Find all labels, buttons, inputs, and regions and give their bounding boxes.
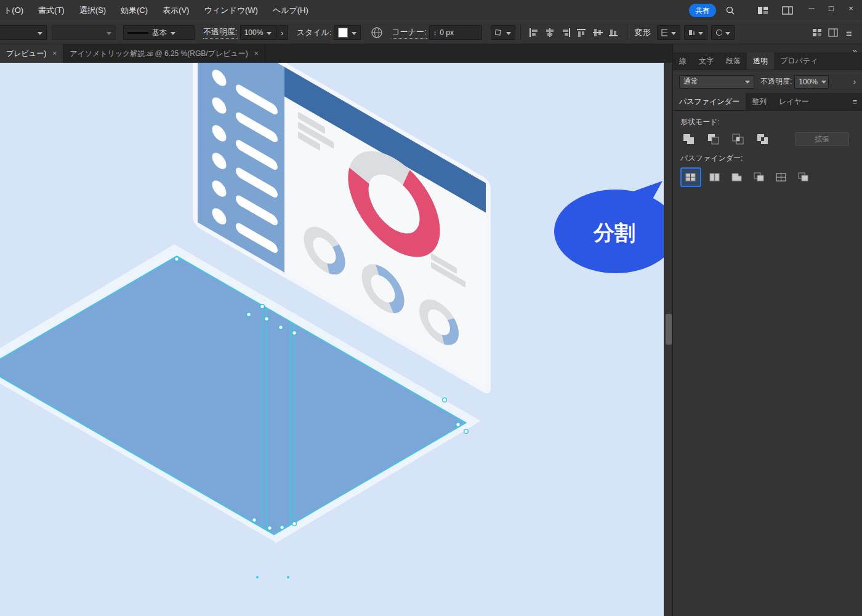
pathfinder-outline-button[interactable]	[773, 169, 790, 185]
anchor-point[interactable]	[279, 326, 283, 330]
tab-paragraph[interactable]: 段落	[720, 52, 747, 70]
anchor-point[interactable]	[280, 526, 284, 530]
window-maximize-button[interactable]: □	[822, 0, 840, 16]
outline-icon	[775, 172, 787, 183]
close-tab-icon[interactable]: ×	[254, 49, 259, 58]
close-tab-icon[interactable]: ×	[52, 49, 57, 58]
tab-pathfinder[interactable]: パスファインダー	[673, 93, 746, 110]
anchor-point[interactable]	[260, 305, 265, 309]
more-options-button[interactable]	[711, 25, 735, 40]
shape-mode-minus-front-button[interactable]	[705, 131, 722, 147]
tab-properties[interactable]: プロパティ	[774, 52, 824, 70]
menu-effect[interactable]: 効果(C)	[121, 5, 148, 16]
stepper-arrows-icon[interactable]: ↕	[433, 29, 437, 36]
window-close-button[interactable]: ×	[842, 0, 860, 16]
pathfinder-panel: 形状モード: 拡張 パスファインダー:	[673, 111, 862, 616]
pathfinder-trim-button[interactable]	[706, 169, 723, 185]
pathfinder-crop-button[interactable]	[751, 169, 768, 185]
control-panel-menu-button[interactable]: ≣	[841, 25, 857, 40]
menu-type[interactable]: 書式(T)	[38, 5, 65, 16]
document-grid-button[interactable]	[809, 25, 825, 40]
align-center-h-button[interactable]	[542, 25, 558, 40]
anchor-point[interactable]	[287, 576, 289, 578]
globe-icon	[371, 26, 383, 39]
align-menu-button[interactable]	[684, 25, 707, 40]
align-middle-v-button[interactable]	[590, 25, 606, 40]
menu-view[interactable]: 表示(V)	[163, 5, 189, 16]
blend-mode-select[interactable]: 通常	[679, 75, 754, 89]
pathfinder-minus-back-button[interactable]	[795, 169, 812, 185]
tab-stroke[interactable]: 線	[673, 52, 693, 70]
search-glass-icon	[725, 6, 735, 15]
shape-mode-exclude-button[interactable]	[754, 131, 771, 147]
align-center-h-icon	[544, 28, 555, 38]
misc-tool-button[interactable]	[491, 25, 515, 40]
document-setup-button[interactable]	[371, 26, 383, 39]
opacity-expander-button[interactable]: ›	[277, 25, 288, 40]
corner-label[interactable]: コーナー:	[392, 26, 426, 39]
search-icon[interactable]	[724, 5, 736, 16]
vertical-scrollbar[interactable]	[664, 63, 672, 616]
anchor-point[interactable]	[265, 317, 269, 321]
panel-dock: » 線 文字 段落 透明 プロパティ 通常 不透明度: 100% ›	[672, 44, 862, 616]
chevron-down-icon	[506, 32, 511, 38]
pathfinder-divide-button[interactable]	[680, 167, 701, 187]
opacity-select[interactable]: 100%	[240, 25, 277, 40]
menu-select[interactable]: 選択(S)	[79, 5, 106, 16]
window-minimize-button[interactable]: ─	[802, 0, 821, 16]
transform-label[interactable]: 変形	[635, 27, 651, 38]
align-left-button[interactable]	[526, 25, 542, 40]
align-right-button[interactable]	[558, 25, 574, 40]
shape-mode-intersect-button[interactable]	[730, 131, 747, 147]
tab-character[interactable]: 文字	[693, 52, 720, 70]
anchor-point[interactable]	[256, 576, 259, 578]
expand-button[interactable]: 拡張	[795, 132, 849, 146]
anchor-point[interactable]	[443, 398, 447, 402]
anchor-point[interactable]	[252, 518, 257, 522]
anchor-point[interactable]	[175, 257, 179, 262]
tab-transparency[interactable]: 透明	[747, 52, 774, 70]
align-bottom-button[interactable]	[606, 25, 622, 40]
anchor-point[interactable]	[292, 522, 297, 526]
tab-layers[interactable]: レイヤー	[773, 93, 815, 110]
grid-icon	[812, 28, 822, 37]
chevron-down-icon	[745, 81, 750, 86]
shape-mode-unite-button[interactable]	[680, 131, 698, 147]
corner-radius-stepper[interactable]: ↕ 0 px	[429, 25, 482, 40]
arrange-documents-icon[interactable]	[757, 6, 768, 15]
panel-tab-strip-2: パスファインダー 整列 レイヤー ≡	[673, 93, 862, 111]
transparency-panel: 通常 不透明度: 100% ›	[673, 70, 862, 93]
scrollbar-thumb[interactable]	[666, 314, 672, 345]
arrange-documents-button[interactable]	[825, 25, 841, 40]
chevron-down-icon	[38, 32, 42, 38]
anchor-point[interactable]	[247, 313, 251, 317]
menu-window[interactable]: ウィンドウ(W)	[204, 5, 257, 16]
unite-icon	[683, 134, 695, 145]
panel-opacity-value: 100%	[799, 78, 818, 86]
panel-menu-icon[interactable]: ≡	[847, 93, 862, 110]
artboard-canvas[interactable]: 分割	[0, 63, 664, 616]
document-tab-1[interactable]: プレビュー) ×	[0, 44, 63, 63]
brush-definition-select[interactable]	[52, 25, 116, 40]
anchor-point[interactable]	[268, 526, 272, 530]
menu-object[interactable]: ト(O)	[4, 5, 23, 16]
anchor-point[interactable]	[464, 430, 469, 434]
align-top-button[interactable]	[574, 25, 590, 40]
anchor-point[interactable]	[292, 331, 297, 335]
stroke-style-select[interactable]: 基本	[123, 25, 195, 40]
transform-menu-button[interactable]	[657, 25, 680, 40]
share-button[interactable]: 共有	[689, 4, 716, 17]
anchor-point[interactable]	[456, 423, 461, 427]
opacity-label[interactable]: 不透明度:	[203, 26, 238, 39]
graphic-style-select[interactable]	[334, 25, 361, 40]
document-tab-2[interactable]: アイソメトリック解説.ai @ 6.25 %(RGB/プレビュー) ×	[63, 44, 265, 63]
panel-opacity-select[interactable]: 100%	[794, 75, 829, 89]
tab-align[interactable]: 整列	[746, 93, 773, 110]
panel-opacity-label: 不透明度:	[760, 76, 792, 87]
pathfinder-merge-button[interactable]	[728, 169, 746, 185]
panel-expander-icon[interactable]: ›	[853, 77, 856, 86]
workspace-switcher-icon[interactable]	[782, 6, 793, 15]
tool-preset-select[interactable]	[0, 25, 47, 40]
menu-help[interactable]: ヘルプ(H)	[273, 5, 308, 16]
style-swatch	[338, 28, 348, 38]
